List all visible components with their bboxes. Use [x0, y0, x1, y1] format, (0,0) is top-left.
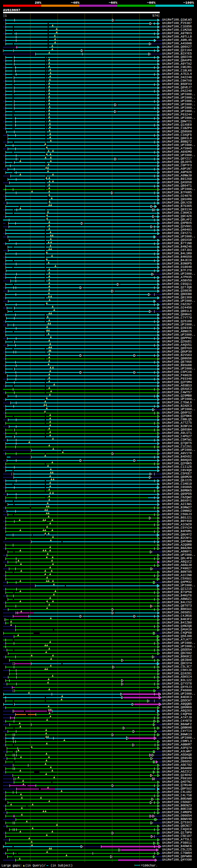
svg-text:UniRef100_UPI000..: UniRef100_UPI000..: [162, 641, 195, 645]
svg-text:UniRef100_UPI000..: UniRef100_UPI000..: [162, 323, 195, 327]
svg-text:UniRef100_Q25189: UniRef100_Q25189: [162, 320, 192, 323]
svg-text:UniRef100_UPI000..: UniRef100_UPI000..: [162, 99, 195, 103]
svg-text:UniRef100_C0NN62: UniRef100_C0NN62: [162, 509, 192, 513]
svg-text:UniRef100_UPI000..: UniRef100_UPI000..: [162, 584, 195, 587]
svg-text:UniRef100_B2ADC3: UniRef100_B2ADC3: [162, 404, 192, 408]
svg-text:UniRef100_B7FKR5: UniRef100_B7FKR5: [162, 191, 192, 194]
svg-text:UniRef100_Q93134: UniRef100_Q93134: [162, 208, 192, 211]
svg-text:UniRef100_B4FKM1: UniRef100_B4FKM1: [162, 530, 192, 533]
svg-text:UniRef100_Q59S46: UniRef100_Q59S46: [162, 756, 192, 760]
svg-text:UniRef100_UPI000..: UniRef100_UPI000..: [162, 333, 195, 337]
svg-text:UniRef100_P38011: UniRef100_P38011: [162, 841, 192, 845]
svg-text:UniRef100_B7FJT0: UniRef100_B7FJT0: [162, 269, 192, 272]
svg-text:UniRef100_Q9FSU2: UniRef100_Q9FSU2: [162, 787, 192, 790]
svg-text:~40%: ~40%: [71, 1, 79, 5]
svg-text:UniRef100_B4KUT6: UniRef100_B4KUT6: [162, 594, 192, 597]
svg-text:UniRef100_Q1XGE0: UniRef100_Q1XGE0: [162, 123, 192, 127]
svg-text:UniRef100_UPI000..: UniRef100_UPI000..: [162, 116, 195, 120]
svg-text:UniRef100_C5GGJ3: UniRef100_C5GGJ3: [162, 513, 192, 516]
svg-text:UniRef100_Q9W7I1: UniRef100_Q9W7I1: [162, 120, 192, 123]
svg-text:UniRef100_P49026: UniRef100_P49026: [162, 374, 192, 377]
svg-text:UniRef100_C8BLQ5: UniRef100_C8BLQ5: [162, 418, 192, 421]
svg-text:UniRef100_Q9SXS0: UniRef100_Q9SXS0: [162, 238, 192, 242]
svg-text:UniRef100_C7GW94: UniRef100_C7GW94: [162, 851, 192, 855]
svg-text:AV619697: AV619697: [3, 8, 20, 12]
svg-text:UniRef100_Q6C592: UniRef100_Q6C592: [162, 652, 192, 655]
svg-text:UniRef100_A7TZ75: UniRef100_A7TZ75: [162, 421, 192, 425]
svg-text:UniRef100_UPI000..: UniRef100_UPI000..: [162, 93, 195, 96]
svg-text:UniRef100_C0PTF3: UniRef100_C0PTF3: [162, 164, 192, 167]
svg-text:UniRef100_B7T1N8: UniRef100_B7T1N8: [162, 242, 192, 245]
svg-text:UniRef100_B9SU88: UniRef100_B9SU88: [162, 364, 192, 367]
svg-text:UniRef100_Q86M20: UniRef100_Q86M20: [162, 475, 192, 479]
svg-text:UniRef100_C4QXC0: UniRef100_C4QXC0: [162, 828, 192, 831]
svg-text:UniRef100_B0WV40: UniRef100_B0WV40: [162, 817, 192, 821]
svg-text:UniRef100_B9I2G9: UniRef100_B9I2G9: [162, 177, 192, 181]
svg-text:UniRef100_B0EIS0: UniRef100_B0EIS0: [162, 807, 192, 811]
svg-text:UniRef100_B3RW27: UniRef100_B3RW27: [162, 506, 192, 509]
svg-text:UniRef100_A7TSL1: UniRef100_A7TSL1: [162, 838, 192, 841]
svg-text:UniRef100_B4K3F2: UniRef100_B4K3F2: [162, 618, 192, 621]
svg-text:UniRef100_B0ENZ3: UniRef100_B0ENZ3: [162, 804, 192, 807]
svg-text:UniRef100_UPI000..: UniRef100_UPI000..: [162, 398, 195, 401]
svg-text:UniRef100_Q4N2Q8: UniRef100_Q4N2Q8: [162, 624, 192, 628]
svg-text:UniRef100_B4E0C3: UniRef100_B4E0C3: [162, 695, 192, 699]
svg-text:UniRef100_P63244: UniRef100_P63244: [162, 113, 192, 116]
svg-text:UniRef100_C0S6G5: UniRef100_C0S6G5: [162, 486, 192, 489]
svg-text:UniRef100_Q179P0: UniRef100_Q179P0: [162, 831, 192, 834]
svg-text:UniRef100_A5DAQ8: UniRef100_A5DAQ8: [162, 753, 192, 756]
svg-text:UniRef100_B7SP58: UniRef100_B7SP58: [162, 591, 192, 594]
svg-text:UniRef100_Q7RS49: UniRef100_Q7RS49: [162, 784, 192, 787]
svg-text:|1: |1: [3, 14, 7, 18]
svg-text:UniRef100_A1CIN8: UniRef100_A1CIN8: [162, 574, 192, 577]
svg-text:UniRef100_Q9SXR9: UniRef100_Q9SXR9: [162, 198, 192, 201]
svg-text:UniRef100_A3FQ74: UniRef100_A3FQ74: [162, 746, 192, 750]
svg-text:UniRef100_B3L122: UniRef100_B3L122: [162, 679, 192, 682]
svg-text:UniRef100_C3XQF5: UniRef100_C3XQF5: [162, 133, 192, 137]
svg-text:UniRef100_Q56J80: UniRef100_Q56J80: [162, 634, 192, 638]
svg-text:UniRef100_Q8J225: UniRef100_Q8J225: [162, 479, 192, 482]
svg-text:UniRef100_B2XYE5: UniRef100_B2XYE5: [162, 52, 192, 55]
svg-text:UniRef100_C0Z2G7: UniRef100_C0Z2G7: [162, 303, 192, 306]
svg-text:UniRef100_C5FEE7: UniRef100_C5FEE7: [162, 472, 192, 475]
svg-text:UniRef100_C5L3C7: UniRef100_C5L3C7: [162, 665, 192, 669]
svg-text:UniRef100_B9WK13: UniRef100_B9WK13: [162, 733, 192, 736]
svg-text:UniRef100_P69103: UniRef100_P69103: [162, 777, 192, 780]
svg-text:UniRef100_Q2FBK5: UniRef100_Q2FBK5: [162, 462, 192, 465]
svg-text:UniRef100_C9SQ11: UniRef100_C9SQ11: [162, 282, 192, 286]
svg-text:UniRef100_Q4UA19: UniRef100_Q4UA19: [162, 628, 192, 631]
svg-text:=100char.: =100char.: [141, 864, 158, 867]
svg-text:UniRef100_A5E792: UniRef100_A5E792: [162, 763, 192, 767]
svg-text:UniRef100_Q10281: UniRef100_Q10281: [162, 672, 192, 675]
svg-text:UniRef100_A5BV59: UniRef100_A5BV59: [162, 279, 192, 282]
svg-text:UniRef100_C4YTI4: UniRef100_C4YTI4: [162, 730, 192, 733]
svg-text:UniRef100_Q870G6: UniRef100_Q870G6: [162, 360, 192, 364]
svg-text:UniRef100_A9XEM9: UniRef100_A9XEM9: [162, 150, 192, 154]
svg-text:UniRef100_O18640: UniRef100_O18640: [162, 266, 192, 269]
svg-text:UniRef100_Q0CSY4: UniRef100_Q0CSY4: [162, 662, 192, 665]
svg-text:UniRef100_C5MTW1: UniRef100_C5MTW1: [162, 438, 192, 441]
svg-text:UniRef100_UPI000..: UniRef100_UPI000..: [162, 448, 195, 452]
svg-text:UniRef100_UPI000..: UniRef100_UPI000..: [162, 692, 195, 695]
svg-text:UniRef100_O96654: UniRef100_O96654: [162, 814, 192, 817]
svg-text:UniRef100_B4LCS2: UniRef100_B4LCS2: [162, 601, 192, 604]
svg-text:UniRef100_A8Q263: UniRef100_A8Q263: [162, 709, 192, 713]
svg-text:UniRef100_B4JEI0: UniRef100_B4JEI0: [162, 259, 192, 262]
svg-text:UniRef100_C4YBT9: UniRef100_C4YBT9: [162, 719, 192, 723]
svg-text:UniRef100_A9P926: UniRef100_A9P926: [162, 170, 192, 174]
svg-text:UniRef100_B4IZB0: UniRef100_B4IZB0: [162, 621, 192, 624]
svg-text:UniRef100_C1E856: UniRef100_C1E856: [162, 25, 192, 28]
svg-text:UniRef100_P93340: UniRef100_P93340: [162, 377, 192, 380]
svg-text:UniRef100_B6SJ21: UniRef100_B6SJ21: [162, 516, 192, 520]
svg-text:UniRef100_P46800: UniRef100_P46800: [162, 689, 192, 692]
svg-text:UniRef100_Q65YU3: UniRef100_Q65YU3: [162, 347, 192, 350]
svg-text:UniRef100_A9YTA2: UniRef100_A9YTA2: [162, 62, 192, 66]
svg-text:UniRef100_Q4YX90: UniRef100_Q4YX90: [162, 858, 192, 862]
svg-text:UniRef100_B2CNY1: UniRef100_B2CNY1: [162, 536, 192, 540]
svg-text:UniRef100_C4PG27: UniRef100_C4PG27: [162, 435, 192, 438]
svg-text:UniRef100_C5E1D7: UniRef100_C5E1D7: [162, 834, 192, 838]
svg-text:UniRef100_B8AWF2: UniRef100_B8AWF2: [162, 723, 192, 726]
svg-text:UniRef100_C4LU92: UniRef100_C4LU92: [162, 790, 192, 794]
svg-text:UniRef100_B2VS63: UniRef100_B2VS63: [162, 353, 192, 357]
svg-text:UniRef100_B6AH09: UniRef100_B6AH09: [162, 767, 192, 770]
